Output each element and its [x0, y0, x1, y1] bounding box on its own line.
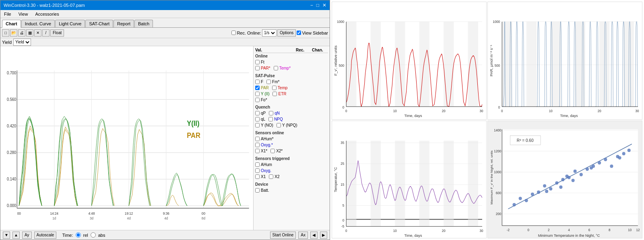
- prev-arrow[interactable]: ◀: [310, 232, 318, 239]
- svg-text:-5: -5: [341, 225, 345, 228]
- sidebar-item-f: F: [255, 79, 263, 84]
- svg-text:4:48: 4:48: [88, 211, 95, 215]
- toolbar: □ 📂 🖨 ▦ ✕ / Float Rec. Online: 1/s Optio…: [0, 28, 330, 38]
- tab-induct-curve[interactable]: Induct. Curve: [21, 20, 55, 27]
- svg-point-125: [574, 169, 577, 172]
- svg-text:1200: 1200: [494, 149, 501, 153]
- oxyg-star-checkbox[interactable]: [255, 143, 260, 147]
- npq-checkbox[interactable]: [268, 117, 273, 121]
- svg-point-136: [545, 189, 548, 193]
- open-button[interactable]: 📂: [10, 29, 17, 37]
- batt-checkbox[interactable]: [255, 188, 260, 193]
- x2-trig-checkbox[interactable]: [269, 174, 273, 179]
- x1-star-checkbox[interactable]: [255, 149, 260, 153]
- rec-online-checkbox[interactable]: [231, 31, 236, 35]
- clear-button[interactable]: ✕: [34, 29, 41, 37]
- line-button[interactable]: /: [42, 29, 50, 37]
- oxyg-trig-checkbox[interactable]: [255, 168, 260, 173]
- rec-online-label: Rec. Online:: [237, 31, 261, 35]
- temp-star-checkbox[interactable]: [274, 66, 278, 70]
- svg-text:5: 5: [343, 204, 345, 207]
- yield-select[interactable]: Yield: [13, 39, 31, 46]
- f-label: F: [261, 80, 263, 84]
- print-button[interactable]: 🖨: [18, 29, 25, 37]
- minimize-button[interactable]: −: [310, 2, 313, 8]
- oxyg-star-label: Oxyg.*: [261, 143, 273, 147]
- svg-point-137: [572, 178, 575, 182]
- svg-point-135: [559, 185, 562, 189]
- up-arrow[interactable]: ▲: [12, 232, 20, 239]
- menu-view[interactable]: View: [17, 11, 29, 17]
- abs-radio[interactable]: [91, 232, 96, 238]
- svg-point-121: [549, 187, 552, 190]
- sensors-triggered-title: Sensors triggered: [255, 156, 328, 161]
- tab-batch[interactable]: Batch: [134, 20, 153, 27]
- sidebar-item-oxyg-trig: Oxyg.: [255, 168, 328, 173]
- fo-checkbox[interactable]: [255, 98, 260, 102]
- float-button[interactable]: Float: [50, 29, 64, 37]
- svg-point-138: [590, 166, 593, 169]
- qp-checkbox[interactable]: [255, 111, 260, 115]
- tab-sat-chart[interactable]: SAT-Chart: [85, 20, 113, 27]
- ax-button[interactable]: Ax: [298, 232, 308, 239]
- etr-checkbox[interactable]: [272, 92, 277, 96]
- rel-radio[interactable]: [76, 232, 81, 238]
- chart-button[interactable]: ▦: [26, 29, 33, 37]
- svg-text:200: 200: [496, 212, 502, 216]
- svg-text:20: 20: [442, 109, 446, 113]
- svg-text:10: 10: [393, 229, 397, 232]
- sidebar-item-x2-trig: X2: [269, 174, 279, 179]
- x1-trig-checkbox[interactable]: [255, 174, 260, 179]
- rec-header: Rec.: [296, 48, 312, 52]
- ft-checkbox[interactable]: [255, 60, 260, 64]
- chart-temperature: Temperatur, °C 35 25 15 5 0 -5: [332, 121, 487, 239]
- close-button[interactable]: ✕: [322, 2, 326, 8]
- maximize-button[interactable]: □: [316, 2, 319, 8]
- f-checkbox[interactable]: [255, 80, 260, 84]
- view-sidebar-label: View Sidebar: [302, 31, 328, 35]
- etr-label: ETR: [278, 92, 286, 96]
- svg-rect-90: [395, 140, 405, 226]
- next-arrow[interactable]: ▶: [320, 232, 327, 239]
- svg-text:R² = 0.60: R² = 0.60: [517, 138, 534, 142]
- options-button[interactable]: Options: [277, 29, 296, 37]
- fm-checkbox[interactable]: [266, 80, 271, 84]
- sensors-online-title: Sensors online: [255, 131, 328, 135]
- svg-rect-91: [419, 140, 429, 226]
- ahum-trig-label: AHum: [261, 162, 272, 167]
- svg-text:0.140: 0.140: [7, 177, 17, 182]
- sidebar-column-headers: Val. Rec. Chan.: [255, 48, 328, 53]
- ahum-star-checkbox[interactable]: [255, 137, 260, 141]
- par-checkbox[interactable]: [255, 86, 260, 90]
- interval-select[interactable]: 1/s: [262, 29, 277, 37]
- par-star-checkbox[interactable]: [255, 66, 260, 70]
- autoscale-button[interactable]: Autoscale: [34, 232, 57, 239]
- ahum-trig-checkbox[interactable]: [255, 162, 260, 167]
- svg-point-122: [555, 181, 558, 184]
- down-arrow[interactable]: ▼: [3, 232, 10, 239]
- tab-chart[interactable]: Chart: [2, 20, 21, 28]
- view-sidebar-checkbox[interactable]: [297, 31, 301, 35]
- qn-checkbox[interactable]: [269, 111, 273, 115]
- svg-text:PAR, μmol m⁻² s⁻¹: PAR, μmol m⁻² s⁻¹: [489, 45, 493, 76]
- menu-file[interactable]: File: [3, 11, 12, 17]
- svg-text:8: 8: [609, 228, 611, 232]
- yii-checkbox[interactable]: [255, 92, 260, 96]
- ay-button[interactable]: Ay: [22, 232, 32, 239]
- menu-accessories[interactable]: Accessories: [34, 11, 60, 17]
- svg-text:Minimum Temperature in the Nig: Minimum Temperature in the Night, °C: [538, 234, 600, 238]
- svg-point-120: [543, 184, 546, 187]
- ql-checkbox[interactable]: [255, 117, 260, 121]
- svg-text:6: 6: [588, 228, 590, 232]
- svg-text:Maximum F_v' in the Night, rel: Maximum F_v' in the Night, rel. units: [490, 150, 493, 204]
- start-online-button[interactable]: Start Online: [270, 232, 296, 239]
- ynpq-checkbox[interactable]: [277, 123, 281, 127]
- new-button[interactable]: □: [2, 29, 9, 37]
- temp-checkbox[interactable]: [272, 86, 277, 90]
- tab-report[interactable]: Report: [114, 20, 134, 27]
- x2-star-checkbox[interactable]: [270, 149, 275, 153]
- tab-light-curve[interactable]: Light Curve: [55, 20, 85, 27]
- svg-text:10: 10: [628, 228, 632, 232]
- yno-checkbox[interactable]: [255, 123, 260, 127]
- svg-point-118: [531, 193, 534, 196]
